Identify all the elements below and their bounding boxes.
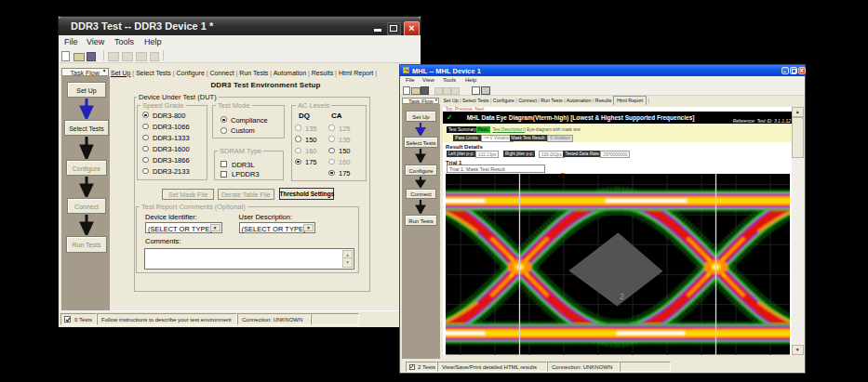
svg-text:2: 2 [620,292,624,301]
